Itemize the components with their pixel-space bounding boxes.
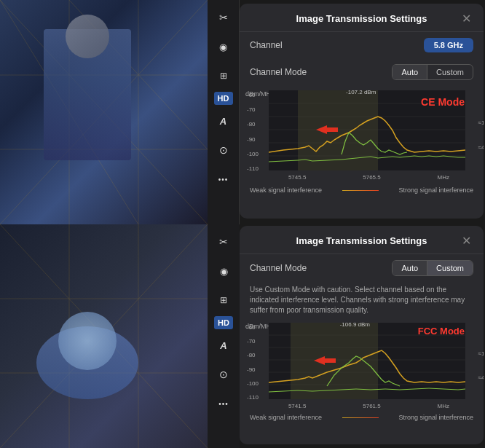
channel-mode-label: Channel Mode <box>250 67 307 77</box>
grid-icon-2[interactable]: ⊞ <box>210 287 237 313</box>
bottom-x-labels: 5741.5 5761.5 MHz <box>245 402 478 409</box>
hd-button[interactable]: HD <box>214 92 233 105</box>
bottom-legend: Weak signal interference Strong signal i… <box>240 412 484 424</box>
camera-icon[interactable]: ⊙ <box>210 137 237 163</box>
bottom-y-tick-3: -90 <box>247 366 259 373</box>
top-modal-header: Image Transmission Settings ✕ <box>240 4 484 32</box>
grid-icon[interactable]: ⊞ <box>210 63 237 89</box>
bottom-legend-line <box>342 417 379 418</box>
bottom-y-tick-2: -80 <box>247 352 259 358</box>
top-legend-weak: Weak signal interference <box>250 186 322 194</box>
wireless-icon-2[interactable]: ◉ <box>210 258 237 284</box>
top-legend-strong: Strong signal interference <box>398 186 473 194</box>
channel-value: 5.8 GHz <box>424 38 473 52</box>
bottom-x-label-2: 5761.5 <box>363 403 380 409</box>
y-tick-0: -60 <box>247 92 259 98</box>
channel-label: Channel <box>250 40 283 50</box>
sidebar: ✂ ◉ ⊞ HD A ⊙ ••• <box>208 0 240 224</box>
custom-button-top[interactable]: Custom <box>427 65 473 79</box>
custom-button-bottom[interactable]: Custom <box>427 261 473 275</box>
more-icon-2[interactable]: ••• <box>210 390 237 417</box>
top-legend: Weak signal interference Strong signal i… <box>240 185 484 197</box>
wireless-icon[interactable]: ◉ <box>210 34 237 60</box>
top-peak-label: -107.2 dBm <box>346 89 376 95</box>
top-modal-title: Image Transmission Settings <box>264 13 459 24</box>
top-x-label-1: 5745.5 <box>288 174 306 181</box>
font-icon[interactable]: A <box>210 108 237 134</box>
channel-row: Channel 5.8 GHz <box>240 32 484 58</box>
bottom-close-button[interactable]: ✕ <box>459 233 473 248</box>
top-dist1: ≈1km <box>478 119 484 126</box>
bottom-y-tick-4: -100 <box>247 380 259 387</box>
sidebar-bottom: ✂ ◉ ⊞ HD A ⊙ ••• <box>208 224 240 448</box>
bottom-y-tick-0: -60 <box>247 324 259 331</box>
auto-button-bottom[interactable]: Auto <box>393 261 427 275</box>
y-tick-4: -100 <box>247 151 259 157</box>
y-tick-5: -110 <box>247 165 259 172</box>
hd-button-2[interactable]: HD <box>214 316 233 329</box>
ce-mode-label: CE Mode <box>421 96 465 108</box>
bottom-y-tick-5: -110 <box>247 394 259 401</box>
bottom-legend-strong: Strong signal interference <box>398 414 473 421</box>
bottom-dist1: ≈1km <box>478 350 484 357</box>
bottom-modal-title: Image Transmission Settings <box>264 235 459 246</box>
y-tick-2: -80 <box>247 121 259 127</box>
bottom-legend-weak: Weak signal interference <box>250 414 322 421</box>
bottom-modal-header: Image Transmission Settings ✕ <box>240 226 484 254</box>
camera-view-top <box>0 0 208 224</box>
bottom-modal-panel: Image Transmission Settings ✕ Channel Mo… <box>240 226 484 444</box>
top-modal-panel: Image Transmission Settings ✕ Channel 5.… <box>240 4 484 219</box>
bottom-channel-mode-toggle: Auto Custom <box>392 260 473 276</box>
scissors-icon[interactable]: ✂ <box>210 4 237 31</box>
bottom-warning-text: Use Custom Mode with caution. Select cha… <box>240 282 484 320</box>
top-x-label-2: 5765.5 <box>363 174 380 181</box>
bottom-peak-label: -106.9 dBm <box>340 321 370 328</box>
bottom-channel-mode-row: Channel Mode Auto Custom <box>240 254 484 282</box>
channel-mode-toggle: Auto Custom <box>392 64 473 80</box>
more-icon[interactable]: ••• <box>210 166 237 192</box>
top-legend-line <box>342 190 379 191</box>
bottom-channel-mode-label: Channel Mode <box>250 263 307 273</box>
camera-icon-2[interactable]: ⊙ <box>210 361 237 388</box>
font-icon-2[interactable]: A <box>210 332 237 358</box>
bottom-mhz: MHz <box>438 403 449 409</box>
bottom-chart-container: dBm/MHz -106.9 dBm FCC Mode -60 -70 -80 … <box>240 320 484 411</box>
top-x-labels: 5745.5 5765.5 MHz <box>245 173 478 181</box>
top-mhz: MHz <box>438 174 449 181</box>
y-tick-3: -90 <box>247 136 259 143</box>
camera-view-bottom <box>0 224 208 448</box>
y-tick-1: -70 <box>247 106 259 113</box>
top-chart-container: dBm/MHz -107.2 dBm CE Mode -60 -70 -80 -… <box>240 87 484 182</box>
bottom-x-label-1: 5741.5 <box>288 403 306 409</box>
scissors-icon-2[interactable]: ✂ <box>210 229 237 255</box>
fcc-mode-label: FCC Mode <box>418 326 465 337</box>
bottom-dist2: ≈4km <box>478 374 484 381</box>
top-close-button[interactable]: ✕ <box>459 11 473 25</box>
channel-mode-row: Channel Mode Auto Custom <box>240 58 484 86</box>
bottom-y-tick-1: -70 <box>247 338 259 345</box>
top-dist2: ≈4km <box>478 144 484 151</box>
auto-button-top[interactable]: Auto <box>393 65 427 79</box>
